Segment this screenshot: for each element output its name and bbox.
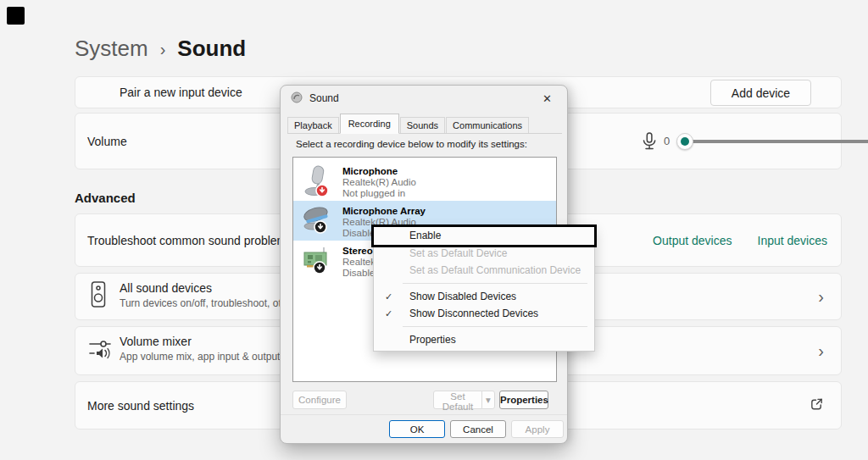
tab-playback[interactable]: Playback — [287, 117, 339, 133]
ok-button[interactable]: OK — [389, 420, 445, 438]
tab-recording[interactable]: Recording — [340, 114, 399, 134]
close-icon[interactable]: ✕ — [537, 91, 557, 107]
breadcrumb: System › Sound — [75, 36, 246, 62]
output-devices-link[interactable]: Output devices — [653, 234, 732, 247]
dialog-titlebar[interactable]: Sound ✕ — [281, 86, 567, 111]
microphone-icon — [640, 132, 659, 154]
properties-button[interactable]: Properties — [499, 391, 548, 409]
set-default-button[interactable]: Set Default — [433, 391, 482, 409]
page-title: Sound — [177, 36, 246, 62]
apply-button[interactable]: Apply — [511, 420, 564, 438]
dialog-tabs: Playback Recording Sounds Communications — [287, 114, 562, 134]
more-sound-settings-label: More sound settings — [87, 399, 194, 413]
tab-communications[interactable]: Communications — [446, 117, 529, 133]
device-microphone[interactable]: Microphone Realtek(R) Audio Not plugged … — [293, 161, 556, 201]
menu-item-set-as-default-device: Set as Default Device — [374, 245, 594, 262]
sound-dialog-icon — [291, 91, 303, 106]
menu-separator — [403, 326, 587, 327]
troubleshoot-label: Troubleshoot common sound problems — [87, 234, 292, 247]
pair-input-device-label: Pair a new input device — [120, 86, 242, 99]
breadcrumb-separator-icon: › — [160, 38, 166, 59]
menu-item-set-as-default-communication-device: Set as Default Communication Device — [374, 262, 594, 279]
menu-item-label: Show Disconnected Devices — [409, 308, 538, 319]
input-devices-link[interactable]: Input devices — [758, 234, 828, 247]
dialog-footer: OK Cancel Apply — [281, 414, 567, 443]
add-device-button[interactable]: Add device — [710, 80, 811, 106]
corner-marker — [7, 7, 25, 25]
device-name: Microphone Array — [342, 206, 426, 217]
sound-settings-screen: System › Sound Pair a new input device A… — [0, 0, 868, 460]
device-status: Not plugged in — [342, 188, 416, 199]
chevron-right-icon: › — [818, 341, 824, 361]
device-name: Microphone — [342, 166, 416, 177]
volume-label: Volume — [87, 135, 127, 148]
context-menu: Enable Set as Default Device Set as Defa… — [373, 225, 595, 352]
checkmark-icon: ✓ — [385, 305, 392, 322]
desktop-microphone-icon — [302, 164, 332, 201]
menu-item-show-disabled-devices[interactable]: ✓ Show Disabled Devices — [374, 288, 594, 305]
sound-card-icon — [302, 244, 332, 280]
tab-sounds[interactable]: Sounds — [400, 117, 445, 133]
dialog-instruction: Select a recording device below to modif… — [296, 139, 527, 149]
set-default-dropdown-icon[interactable]: ▾ — [481, 391, 495, 409]
volume-mixer-icon — [89, 338, 113, 363]
dialog-title: Sound — [309, 92, 339, 104]
menu-item-properties[interactable]: Properties — [374, 331, 594, 348]
device-driver: Realtek(R) Audio — [342, 177, 416, 188]
configure-button[interactable]: Configure — [292, 391, 347, 409]
breadcrumb-system[interactable]: System — [75, 36, 148, 62]
menu-separator — [403, 283, 587, 284]
menu-item-label: Show Disabled Devices — [409, 291, 516, 302]
checkmark-icon: ✓ — [385, 288, 392, 305]
menu-item-enable[interactable]: Enable — [374, 227, 594, 245]
volume-slider-track[interactable] — [679, 140, 868, 143]
advanced-heading: Advanced — [75, 191, 136, 205]
chevron-right-icon: › — [818, 287, 824, 307]
troubleshoot-links: Output devices Input devices — [653, 214, 827, 266]
cancel-button[interactable]: Cancel — [450, 420, 506, 438]
external-link-icon — [810, 396, 824, 414]
volume-slider-knob[interactable] — [676, 133, 693, 150]
speaker-device-icon — [89, 281, 108, 312]
microphone-array-icon — [302, 204, 332, 241]
menu-item-show-disconnected-devices[interactable]: ✓ Show Disconnected Devices — [374, 305, 594, 322]
volume-value: 0 — [664, 135, 670, 147]
